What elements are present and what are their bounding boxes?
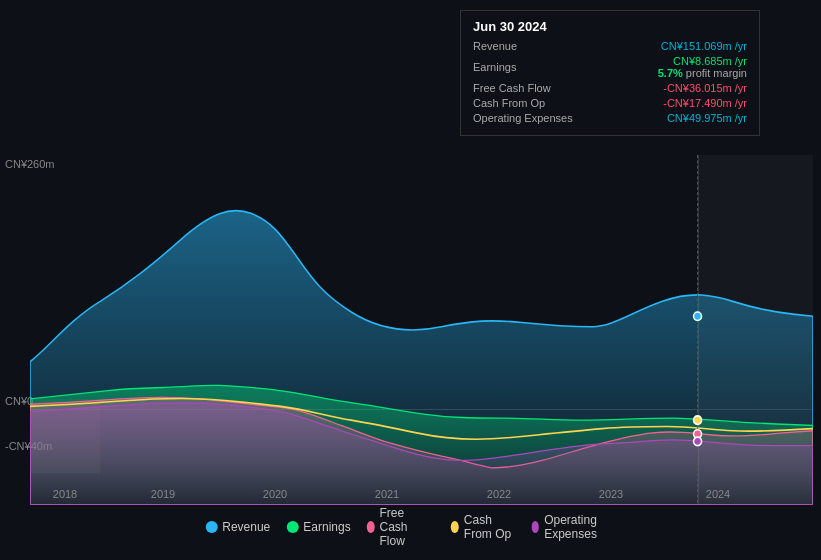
tooltip-label-opex: Operating Expenses (473, 112, 573, 124)
legend-item-revenue[interactable]: Revenue (205, 520, 270, 534)
legend-dot-fcf (367, 521, 375, 533)
tooltip-title: Jun 30 2024 (473, 19, 747, 34)
svg-point-4 (694, 416, 702, 424)
legend-label-earnings: Earnings (303, 520, 350, 534)
legend-label-cfo: Cash From Op (464, 513, 515, 541)
x-label-2020: 2020 (263, 488, 287, 500)
tooltip-value-earnings: CN¥8.685m /yr (673, 55, 747, 67)
legend-item-opex[interactable]: Operating Expenses (531, 513, 615, 541)
legend-dot-revenue (205, 521, 217, 533)
y-label-zero: CN¥0 (5, 395, 33, 407)
legend-dot-earnings (286, 521, 298, 533)
chart-container: Jun 30 2024 Revenue CN¥151.069m /yr Earn… (0, 0, 821, 560)
legend-label-opex: Operating Expenses (544, 513, 616, 541)
x-label-2024: 2024 (706, 488, 730, 500)
legend-item-cfo[interactable]: Cash From Op (451, 513, 515, 541)
legend-label-revenue: Revenue (222, 520, 270, 534)
tooltip-value-earnings-group: CN¥8.685m /yr 5.7% profit margin (658, 55, 747, 79)
tooltip-value-cfo: -CN¥17.490m /yr (663, 97, 747, 109)
chart-legend: Revenue Earnings Free Cash Flow Cash Fro… (205, 506, 616, 548)
tooltip-row-fcf: Free Cash Flow -CN¥36.015m /yr (473, 82, 747, 94)
legend-dot-cfo (451, 521, 459, 533)
tooltip-value-revenue: CN¥151.069m /yr (661, 40, 747, 52)
tooltip-row-cfo: Cash From Op -CN¥17.490m /yr (473, 97, 747, 109)
tooltip-value-opex: CN¥49.975m /yr (667, 112, 747, 124)
legend-label-fcf: Free Cash Flow (380, 506, 435, 548)
x-label-2019: 2019 (151, 488, 175, 500)
tooltip-row-opex: Operating Expenses CN¥49.975m /yr (473, 112, 747, 124)
legend-item-earnings[interactable]: Earnings (286, 520, 350, 534)
profit-margin-text: 5.7% profit margin (658, 67, 747, 79)
svg-point-6 (694, 437, 702, 445)
tooltip-label-revenue: Revenue (473, 40, 517, 52)
tooltip-label-earnings: Earnings (473, 61, 516, 73)
svg-point-3 (694, 312, 702, 320)
x-label-2022: 2022 (487, 488, 511, 500)
profit-margin-value: 5.7% (658, 67, 683, 79)
x-label-2018: 2018 (53, 488, 77, 500)
x-label-2021: 2021 (375, 488, 399, 500)
tooltip-value-fcf: -CN¥36.015m /yr (663, 82, 747, 94)
x-label-2023: 2023 (599, 488, 623, 500)
legend-dot-opex (531, 521, 539, 533)
tooltip-box: Jun 30 2024 Revenue CN¥151.069m /yr Earn… (460, 10, 760, 136)
tooltip-row-earnings: Earnings CN¥8.685m /yr 5.7% profit margi… (473, 55, 747, 79)
chart-svg: ◀ ◀ ◀ ◀ (30, 155, 813, 505)
tooltip-label-cfo: Cash From Op (473, 97, 545, 109)
tooltip-label-fcf: Free Cash Flow (473, 82, 551, 94)
tooltip-row-revenue: Revenue CN¥151.069m /yr (473, 40, 747, 52)
legend-item-fcf[interactable]: Free Cash Flow (367, 506, 435, 548)
